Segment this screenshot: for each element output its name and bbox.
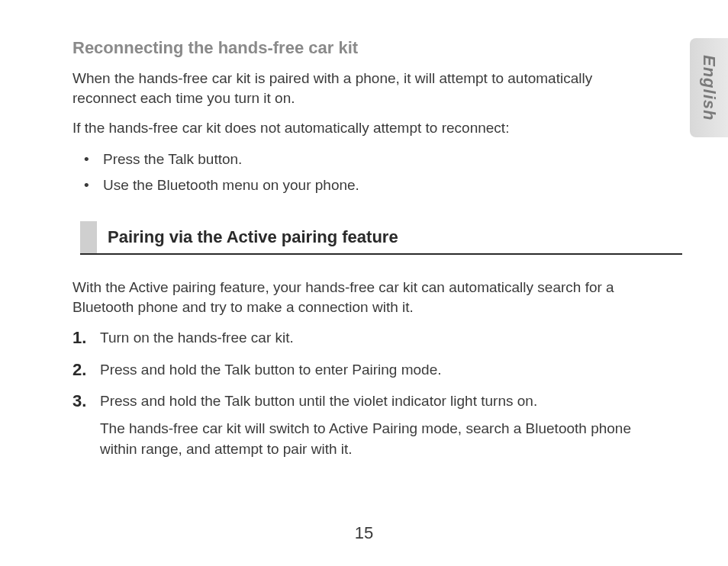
list-item: Use the Bluetooth menu on your phone. (72, 175, 636, 197)
step-number: 3. (72, 389, 86, 413)
section-bar-pairing: Pairing via the Active pairing feature (80, 221, 682, 255)
list-item: 1. Turn on the hands-free car kit. (72, 327, 636, 349)
list-item: 2. Press and hold the Talk button to ent… (72, 359, 636, 381)
section-bar-title: Pairing via the Active pairing feature (97, 221, 398, 253)
step-text: Turn on the hands-free car kit. (100, 330, 294, 346)
paragraph-reconnect-2: If the hands-free car kit does not autom… (72, 118, 682, 138)
step-text: Press and hold the Talk button to enter … (100, 362, 441, 378)
step-subtext: The hands-free car kit will switch to Ac… (100, 418, 636, 460)
page-number: 15 (0, 523, 728, 543)
numbered-list-pairing: 1. Turn on the hands-free car kit. 2. Pr… (72, 327, 682, 460)
step-number: 1. (72, 326, 86, 350)
step-number: 2. (72, 358, 86, 382)
list-item: 3. Press and hold the Talk button until … (72, 391, 636, 460)
section-bar-marker (80, 221, 97, 253)
step-text: Press and hold the Talk button until the… (100, 393, 537, 409)
language-tab: English (690, 38, 728, 137)
bullet-list-reconnect: Press the Talk button. Use the Bluetooth… (72, 149, 682, 197)
section-heading-reconnect: Reconnecting the hands-free car kit (72, 38, 682, 58)
paragraph-pairing-intro: With the Active pairing feature, your ha… (72, 278, 682, 317)
language-tab-label: English (699, 55, 719, 121)
list-item: Press the Talk button. (72, 149, 636, 171)
paragraph-reconnect-1: When the hands-free car kit is paired wi… (72, 69, 682, 108)
